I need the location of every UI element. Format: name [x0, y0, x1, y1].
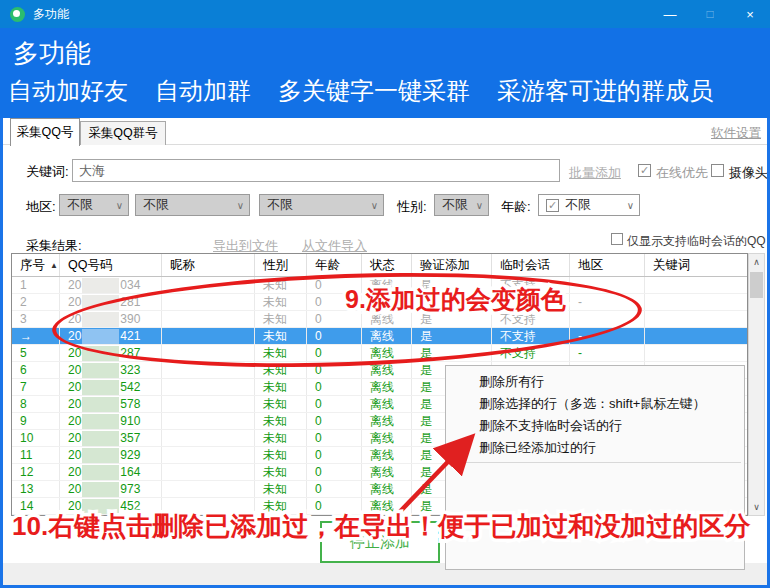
qq-suffix: 034 [120, 278, 140, 292]
batch-add-link[interactable]: 批量添加 [569, 164, 621, 182]
cell-no: 8 [12, 396, 60, 412]
qq-prefix: 20 [68, 414, 81, 428]
cell-keyword [645, 328, 747, 344]
column-header-qq[interactable]: QQ号码 [60, 254, 162, 276]
window-border-left [0, 118, 3, 588]
cell-nick [162, 413, 255, 429]
qq-suffix: 578 [120, 397, 140, 411]
temp-session-only-label: 仅显示支持临时会话的QQ [627, 233, 766, 250]
scrollbar-thumb[interactable] [750, 272, 763, 298]
online-first-checkbox[interactable]: ✓ [638, 164, 651, 177]
qq-prefix: 20 [68, 363, 81, 377]
cell-age: 0 [307, 413, 362, 429]
keyword-input[interactable] [72, 159, 560, 182]
cell-no: 11 [12, 447, 60, 463]
nav-item-3[interactable]: 多关键字一键采群 [278, 75, 470, 107]
cell-nick [162, 430, 255, 446]
tab-collect-qq-group[interactable]: 采集QQ群号 [80, 121, 166, 145]
cell-keyword [645, 294, 747, 310]
age-checkbox[interactable]: ✓ [546, 199, 559, 212]
scroll-down-icon[interactable]: ∨ [749, 499, 764, 515]
temp-session-only-checkbox[interactable] [611, 233, 623, 245]
minimize-button[interactable]: — [650, 0, 690, 28]
cell-qq: 20164 [60, 464, 162, 480]
chevron-down-icon: ∨ [371, 200, 378, 211]
cell-gender: 未知 [255, 379, 307, 395]
qq-prefix: 20 [68, 295, 81, 309]
nav-item-4[interactable]: 采游客可进的群成员 [497, 75, 713, 107]
region-label: 地区: [26, 198, 56, 216]
age-label: 年龄: [501, 198, 531, 216]
cell-qq: 20542 [60, 379, 162, 395]
app-icon [10, 7, 25, 22]
column-header-nick[interactable]: 昵称 [162, 254, 255, 276]
menu-item-4[interactable]: 删除已经添加过的行 [446, 437, 744, 459]
cell-status: 离线 [362, 396, 412, 412]
menu-item-1[interactable]: 删除所有行 [446, 371, 744, 393]
qq-blur-redaction [82, 482, 119, 497]
cell-nick [162, 464, 255, 480]
cell-keyword [645, 345, 747, 361]
nav-item-2[interactable]: 自动加群 [155, 75, 251, 107]
cell-no: 5 [12, 345, 60, 361]
column-header-age[interactable]: 年龄 [307, 254, 362, 276]
qq-blur-redaction [82, 363, 119, 378]
cell-gender: 未知 [255, 464, 307, 480]
vertical-scrollbar[interactable]: ∧ ∨ [748, 253, 765, 516]
column-header-temp[interactable]: 临时会话 [492, 254, 570, 276]
cell-no: 7 [12, 379, 60, 395]
keyword-label: 关键词: [26, 163, 69, 181]
chevron-down-icon: ∨ [476, 200, 483, 211]
qq-prefix: 20 [68, 278, 81, 292]
gender-select[interactable]: 不限 ∨ [434, 194, 489, 216]
column-header-gender[interactable]: 性别 [255, 254, 307, 276]
check-icon: ✓ [548, 199, 557, 212]
region-select-3[interactable]: 不限∨ [259, 194, 384, 216]
qq-suffix: 910 [120, 414, 140, 428]
page-title: 多功能 [13, 36, 91, 71]
annotation-note-10: 10.右键点击删除已添加过，在导出！便于已加过和没加过的区分 [12, 509, 750, 544]
column-header-region[interactable]: 地区 [570, 254, 645, 276]
age-select[interactable]: ✓ 不限 ∨ [538, 194, 640, 216]
qq-blur-redaction [82, 431, 119, 446]
cell-keyword [645, 311, 747, 327]
cell-no: 12 [12, 464, 60, 480]
region-select-1[interactable]: 不限∨ [59, 194, 129, 216]
scroll-up-icon[interactable]: ∧ [749, 254, 764, 270]
maximize-button[interactable]: □ [690, 0, 730, 28]
qq-prefix: 20 [68, 431, 81, 445]
tab-collect-qq[interactable]: 采集QQ号 [10, 118, 80, 146]
nav-item-1[interactable]: 自动加好友 [8, 75, 128, 107]
region-value: 不限 [143, 196, 169, 214]
column-header-no[interactable]: 序号▲ [12, 254, 60, 276]
cell-qq: 20357 [60, 430, 162, 446]
qq-prefix: 20 [68, 380, 81, 394]
camera-label: 摄像头 [729, 164, 768, 182]
menu-item-2[interactable]: 删除选择的行（多选：shift+鼠标左键） [446, 393, 744, 415]
qq-suffix: 323 [120, 363, 140, 377]
camera-checkbox[interactable] [711, 164, 724, 177]
gender-value: 不限 [442, 196, 468, 214]
qq-prefix: 20 [68, 448, 81, 462]
close-button[interactable]: × [730, 0, 770, 28]
region-value: 不限 [267, 196, 293, 214]
chevron-down-icon: ∨ [116, 200, 123, 211]
column-header-kw[interactable]: 关键词 [645, 254, 747, 276]
annotation-note-9: 9.添加过的会变颜色 [345, 283, 566, 316]
cell-keyword [645, 277, 747, 293]
cell-qq: 20929 [60, 447, 162, 463]
software-settings-link[interactable]: 软件设置 [711, 125, 761, 142]
cell-gender: 未知 [255, 413, 307, 429]
cell-nick [162, 481, 255, 497]
qq-blur-redaction [82, 448, 119, 463]
region-value: 不限 [67, 196, 93, 214]
header-band: 多功能 自动加好友自动加群多关键字一键采群采游客可进的群成员 [0, 28, 770, 118]
region-select-2[interactable]: 不限∨ [135, 194, 250, 216]
tabbar: 采集QQ号 采集QQ群号 软件设置 [0, 118, 770, 145]
gender-label: 性别: [397, 198, 427, 216]
qq-suffix: 164 [120, 465, 140, 479]
qq-suffix: 542 [120, 380, 140, 394]
menu-item-3[interactable]: 删除不支持临时会话的行 [446, 415, 744, 437]
cell-gender: 未知 [255, 396, 307, 412]
cell-age: 0 [307, 447, 362, 463]
